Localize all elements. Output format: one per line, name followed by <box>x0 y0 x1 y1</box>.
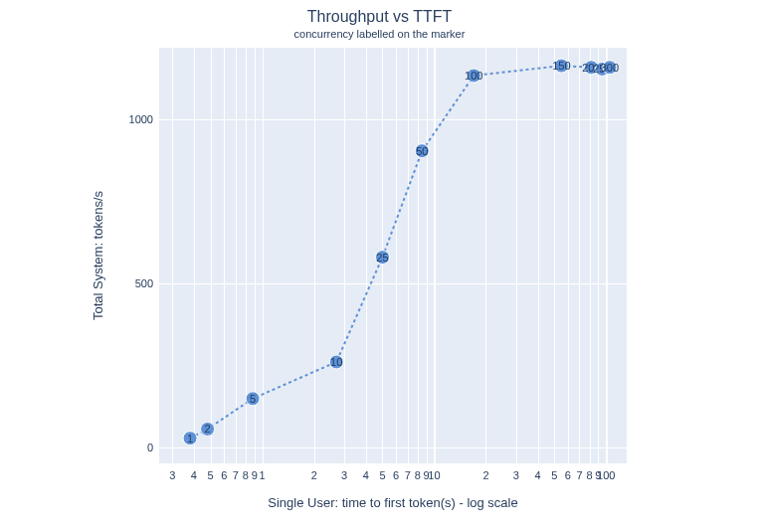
chart-container: Throughput vs TTFT concurrency labelled … <box>0 0 759 532</box>
x-tick-label: 5 <box>379 469 385 481</box>
plot-svg: 125102550100150200250300 <box>159 48 627 463</box>
x-tick-label: 10 <box>428 469 440 481</box>
x-axis-label: Single User: time to first token(s) - lo… <box>159 495 627 510</box>
data-marker-label: 25 <box>376 252 388 264</box>
x-tick-label: 5 <box>551 469 557 481</box>
chart-subtitle: concurrency labelled on the marker <box>0 28 759 40</box>
data-marker-label: 1 <box>187 433 193 444</box>
x-tick-label: 3 <box>341 469 347 481</box>
series-line <box>190 66 610 439</box>
chart-title: Throughput vs TTFT <box>0 8 759 26</box>
x-tick-label: 5 <box>208 469 214 481</box>
data-marker-label: 150 <box>552 60 570 72</box>
x-tick-label: 2 <box>311 469 317 481</box>
x-tick-label: 4 <box>534 469 540 481</box>
y-tick-label: 500 <box>135 277 153 289</box>
x-tick-label: 7 <box>576 469 582 481</box>
x-tick-label: 9 <box>252 469 258 481</box>
x-tick-label: 3 <box>169 469 175 481</box>
x-tick-label: 8 <box>415 469 421 481</box>
y-axis-label: Total System: tokens/s <box>91 191 105 320</box>
data-marker-label: 10 <box>330 356 342 368</box>
x-tick-label: 1 <box>260 469 266 481</box>
data-marker-label: 5 <box>250 393 256 405</box>
data-marker-label: 2 <box>205 423 211 435</box>
x-tick-label: 8 <box>586 469 592 481</box>
x-tick-label: 100 <box>597 469 615 481</box>
x-tick-label: 6 <box>565 469 571 481</box>
y-tick-label: 0 <box>147 442 153 453</box>
y-tick-label: 1000 <box>129 113 153 125</box>
x-tick-label: 6 <box>393 469 399 481</box>
data-marker-label: 300 <box>601 62 619 74</box>
x-tick-label: 7 <box>405 469 411 481</box>
x-tick-label: 4 <box>191 469 197 481</box>
data-marker-label: 100 <box>465 70 482 82</box>
x-tick-label: 2 <box>482 469 488 481</box>
x-tick-label: 4 <box>363 469 369 481</box>
data-marker-label: 50 <box>416 145 428 157</box>
x-tick-label: 6 <box>221 469 227 481</box>
x-tick-label: 3 <box>513 469 519 481</box>
x-tick-label: 7 <box>233 469 239 481</box>
x-tick-label: 8 <box>243 469 249 481</box>
